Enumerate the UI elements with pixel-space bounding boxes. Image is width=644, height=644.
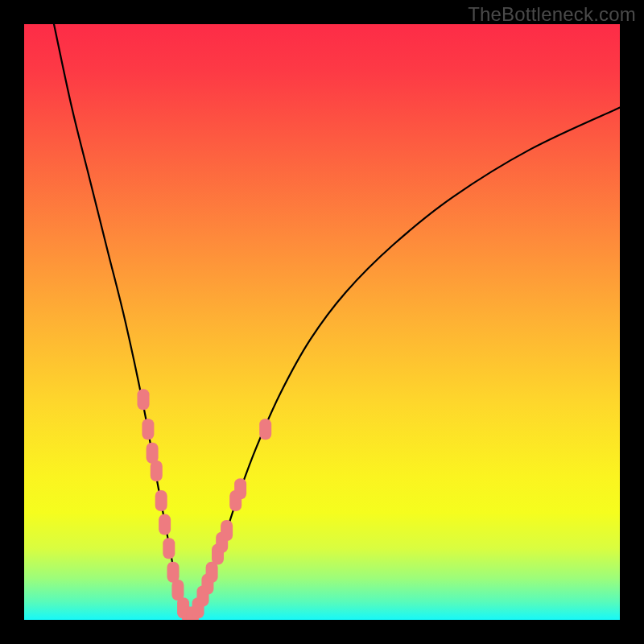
data-marker [167, 562, 180, 583]
marker-group [138, 389, 272, 620]
bottleneck-curve-path [54, 24, 620, 620]
plot-area [24, 24, 620, 620]
data-marker [259, 419, 271, 440]
data-marker [138, 389, 150, 410]
data-marker [155, 490, 167, 511]
data-marker [234, 478, 246, 499]
data-marker [171, 580, 184, 601]
data-marker [163, 538, 175, 559]
data-marker [151, 460, 163, 481]
chart-svg [24, 24, 620, 620]
chart-frame: TheBottleneck.com [0, 0, 644, 644]
data-marker [142, 419, 154, 440]
data-marker [159, 514, 171, 535]
data-marker [147, 443, 159, 464]
curve-line [54, 24, 620, 620]
data-marker [221, 520, 233, 541]
watermark-text: TheBottleneck.com [468, 3, 636, 26]
data-marker [206, 562, 218, 583]
